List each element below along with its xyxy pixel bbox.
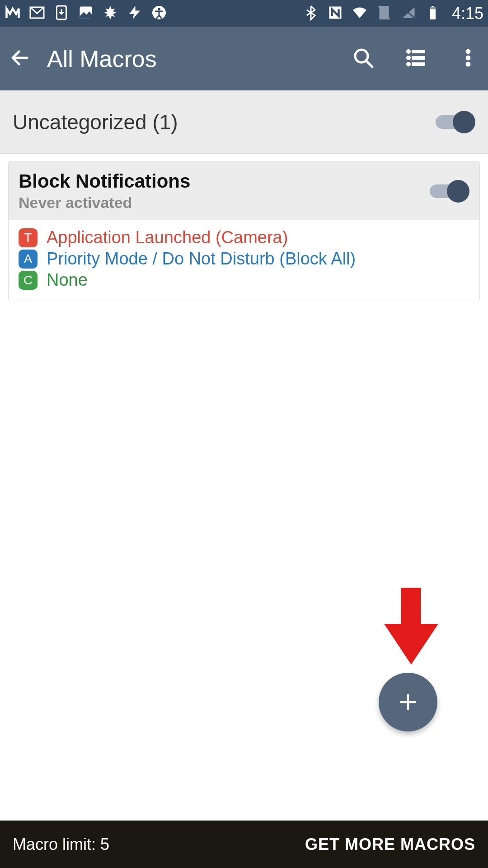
macro-card[interactable]: Block Notifications Never activated T Ap…: [8, 161, 480, 301]
action-row: A Priority Mode / Do Not Disturb (Block …: [19, 249, 469, 269]
bottom-bar: Macro limit: 5 GET MORE MACROS: [0, 821, 488, 868]
svg-rect-17: [412, 63, 425, 66]
action-badge-icon: A: [19, 250, 38, 269]
macro-name: Block Notifications: [19, 170, 430, 192]
macro-subtitle: Never activated: [19, 194, 430, 212]
download-icon: [53, 5, 70, 23]
constraint-text: None: [47, 270, 88, 290]
add-macro-fab[interactable]: [379, 673, 437, 731]
category-header[interactable]: Uncategorized (1): [0, 90, 488, 154]
category-label: Uncategorized (1): [13, 110, 436, 134]
app-m-icon: [5, 5, 21, 23]
svg-line-11: [366, 61, 372, 67]
get-more-macros-button[interactable]: GET MORE MACROS: [305, 835, 475, 854]
arrow-indicator-icon: [384, 588, 438, 666]
battery-icon: [425, 5, 441, 23]
category-toggle[interactable]: [436, 111, 475, 133]
constraint-badge-icon: C: [19, 271, 38, 290]
list-view-button[interactable]: [405, 47, 427, 71]
svg-point-19: [466, 56, 470, 60]
no-signal-icon: [400, 5, 417, 23]
svg-rect-9: [430, 7, 436, 9]
constraint-row: C None: [19, 270, 469, 290]
macro-toggle[interactable]: [430, 180, 469, 203]
accessibility-icon: [151, 5, 167, 23]
svg-point-14: [407, 56, 410, 60]
svg-point-18: [466, 50, 470, 54]
trigger-row: T Application Launched (Camera): [19, 228, 469, 247]
action-text: Priority Mode / Do Not Disturb (Block Al…: [47, 249, 356, 269]
back-button[interactable]: [9, 47, 31, 71]
leaf-icon: [102, 5, 118, 23]
bluetooth-icon: [303, 5, 319, 23]
bolt-icon: [127, 5, 143, 23]
page-title: All Macros: [47, 45, 322, 72]
app-bar: All Macros: [0, 27, 488, 90]
svg-point-20: [466, 62, 470, 66]
no-sim-icon: [376, 5, 392, 23]
svg-rect-15: [412, 57, 425, 59]
trigger-text: Application Launched (Camera): [47, 228, 288, 247]
svg-point-16: [407, 62, 410, 66]
svg-rect-13: [412, 50, 425, 53]
wifi-icon: [352, 5, 368, 23]
macro-limit-label: Macro limit: 5: [13, 835, 305, 854]
gmail-icon: [29, 5, 45, 23]
macro-header: Block Notifications Never activated: [9, 161, 479, 220]
trigger-badge-icon: T: [19, 228, 38, 247]
overflow-menu-button[interactable]: [457, 47, 479, 71]
svg-point-4: [158, 8, 160, 11]
search-button[interactable]: [352, 47, 374, 71]
status-bar: 4:15: [0, 0, 488, 27]
nfc-icon: [327, 5, 343, 23]
svg-point-12: [407, 50, 410, 53]
status-time: 4:15: [452, 4, 483, 23]
image-icon: [78, 5, 94, 23]
